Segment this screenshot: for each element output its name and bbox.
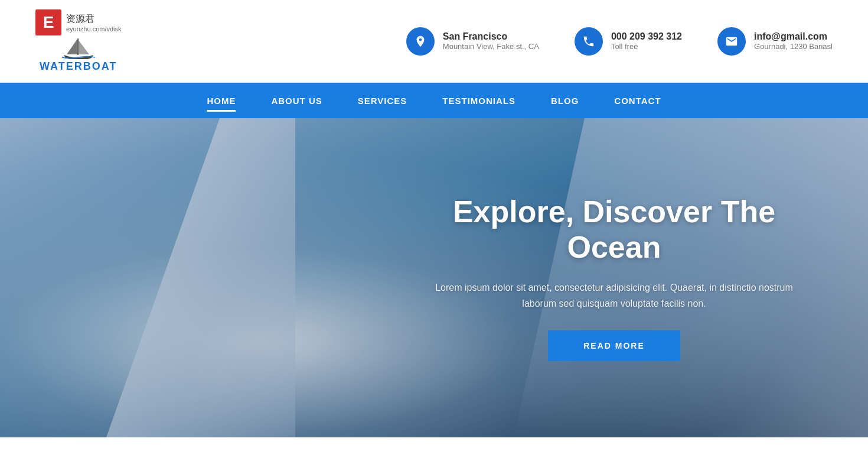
nav-testimonials[interactable]: TESTIMONIALS xyxy=(442,91,515,111)
contact-location-sub: Mountain View, Fake st., CA xyxy=(443,42,539,51)
header: E 资源君 eyunzhu.com/vdisk WATERBOAT xyxy=(0,0,868,83)
logo-e-icon: E xyxy=(35,9,61,35)
phone-icon xyxy=(575,27,603,56)
nav-contact[interactable]: CONTACT xyxy=(614,91,661,111)
contact-items: San Francisco Mountain View, Fake st., C… xyxy=(406,27,833,56)
hero-read-more-button[interactable]: READ MORE xyxy=(548,330,680,361)
nav-about[interactable]: ABOUT US xyxy=(271,91,322,111)
svg-marker-0 xyxy=(67,39,77,54)
hero-section: Explore, Discover The Ocean Lorem ipsum … xyxy=(0,118,868,437)
location-icon xyxy=(406,27,435,56)
contact-phone-title: 000 209 392 312 xyxy=(611,31,682,42)
hero-description: Lorem ipsum dolor sit amet, consectetur … xyxy=(431,280,797,311)
logo-url: eyunzhu.com/vdisk xyxy=(66,25,122,33)
contact-email-title: info@gmail.com xyxy=(754,31,833,42)
nav-home[interactable]: HOME xyxy=(207,91,236,111)
contact-location-title: San Francisco xyxy=(443,31,539,42)
contact-email: info@gmail.com Gournadi, 1230 Bariasl xyxy=(717,27,833,56)
nav-blog[interactable]: BLOG xyxy=(551,91,579,111)
contact-phone-sub: Toll free xyxy=(611,42,682,51)
logo-brand-en: WATERBOAT xyxy=(40,60,117,73)
logo-area: E 资源君 eyunzhu.com/vdisk WATERBOAT xyxy=(35,9,122,73)
boat-icon xyxy=(61,38,96,59)
nav-services[interactable]: SERVICES xyxy=(358,91,407,111)
logo-brand-cn: 资源君 xyxy=(66,13,122,25)
navbar: HOME ABOUT US SERVICES TESTIMONIALS BLOG… xyxy=(0,83,868,118)
contact-email-sub: Gournadi, 1230 Bariasl xyxy=(754,42,833,51)
contact-phone: 000 209 392 312 Toll free xyxy=(575,27,682,56)
contact-location: San Francisco Mountain View, Fake st., C… xyxy=(406,27,539,56)
hero-content: Explore, Discover The Ocean Lorem ipsum … xyxy=(431,194,797,361)
logo-top: E 资源君 eyunzhu.com/vdisk xyxy=(35,9,122,35)
hero-title: Explore, Discover The Ocean xyxy=(431,194,797,265)
nav-items: HOME ABOUT US SERVICES TESTIMONIALS BLOG… xyxy=(207,91,661,111)
svg-marker-1 xyxy=(79,40,89,54)
email-icon xyxy=(717,27,746,56)
